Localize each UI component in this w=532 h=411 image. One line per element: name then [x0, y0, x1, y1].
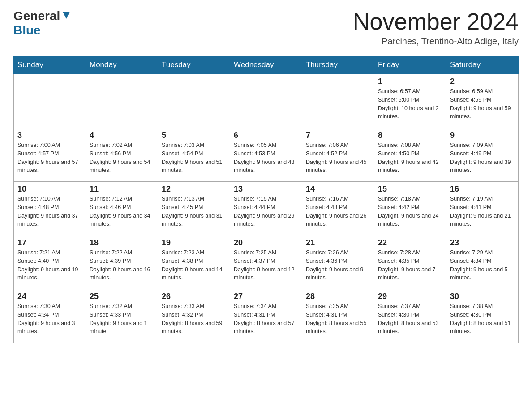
calendar-day-header: Thursday [302, 56, 374, 74]
day-number: 24 [17, 292, 82, 301]
day-number: 22 [378, 238, 442, 248]
calendar-cell: 23Sunrise: 7:29 AMSunset: 4:34 PMDayligh… [446, 235, 519, 289]
day-number: 15 [378, 184, 442, 194]
day-number: 3 [17, 131, 82, 140]
title-section: November 2024 Parcines, Trentino-Alto Ad… [353, 9, 519, 47]
calendar-cell: 20Sunrise: 7:25 AMSunset: 4:37 PMDayligh… [230, 235, 302, 289]
calendar-cell: 18Sunrise: 7:22 AMSunset: 4:39 PMDayligh… [86, 235, 158, 289]
day-info: Sunrise: 7:30 AMSunset: 4:34 PMDaylight:… [17, 302, 82, 336]
day-info: Sunrise: 7:00 AMSunset: 4:57 PMDaylight:… [17, 141, 82, 175]
day-number: 6 [234, 131, 298, 140]
day-info: Sunrise: 7:32 AMSunset: 4:33 PMDaylight:… [90, 302, 154, 336]
calendar-day-header: Sunday [14, 56, 86, 74]
logo-blue-label: Blue [13, 23, 41, 37]
day-number: 21 [306, 238, 370, 248]
day-number: 18 [90, 238, 154, 248]
day-info: Sunrise: 6:59 AMSunset: 4:59 PMDaylight:… [450, 87, 515, 121]
day-number: 26 [162, 292, 226, 301]
calendar-cell [302, 74, 374, 128]
day-info: Sunrise: 7:35 AMSunset: 4:31 PMDaylight:… [306, 302, 370, 336]
calendar-week-row: 17Sunrise: 7:21 AMSunset: 4:40 PMDayligh… [14, 235, 519, 289]
calendar-cell [14, 74, 86, 128]
calendar-cell: 30Sunrise: 7:38 AMSunset: 4:30 PMDayligh… [446, 289, 519, 343]
day-number: 17 [17, 238, 82, 248]
calendar-header-row: SundayMondayTuesdayWednesdayThursdayFrid… [14, 56, 519, 74]
day-info: Sunrise: 7:38 AMSunset: 4:30 PMDaylight:… [450, 302, 515, 336]
day-info: Sunrise: 7:19 AMSunset: 4:41 PMDaylight:… [450, 195, 515, 228]
calendar-day-header: Monday [86, 56, 158, 74]
calendar-cell: 7Sunrise: 7:06 AMSunset: 4:52 PMDaylight… [302, 128, 374, 182]
calendar-cell: 27Sunrise: 7:34 AMSunset: 4:31 PMDayligh… [230, 289, 302, 343]
logo-blue-text: Blue [13, 23, 41, 38]
day-info: Sunrise: 7:28 AMSunset: 4:35 PMDaylight:… [378, 248, 442, 282]
calendar-cell: 17Sunrise: 7:21 AMSunset: 4:40 PMDayligh… [14, 235, 86, 289]
svg-marker-0 [63, 12, 70, 19]
calendar-cell: 15Sunrise: 7:18 AMSunset: 4:42 PMDayligh… [374, 182, 446, 235]
day-info: Sunrise: 7:12 AMSunset: 4:46 PMDaylight:… [90, 195, 154, 228]
calendar-cell: 12Sunrise: 7:13 AMSunset: 4:45 PMDayligh… [158, 182, 230, 235]
day-info: Sunrise: 7:21 AMSunset: 4:40 PMDaylight:… [17, 248, 82, 282]
calendar-cell: 29Sunrise: 7:37 AMSunset: 4:30 PMDayligh… [374, 289, 446, 343]
calendar-cell: 1Sunrise: 6:57 AMSunset: 5:00 PMDaylight… [374, 74, 446, 128]
page-header: General Blue November 2024 Parcines, Tre… [13, 9, 519, 47]
calendar-cell [158, 74, 230, 128]
calendar-cell: 9Sunrise: 7:09 AMSunset: 4:49 PMDaylight… [446, 128, 519, 182]
calendar-day-header: Wednesday [230, 56, 302, 74]
day-info: Sunrise: 7:29 AMSunset: 4:34 PMDaylight:… [450, 248, 515, 282]
day-number: 14 [306, 184, 370, 194]
logo-text: General [13, 9, 71, 23]
calendar-cell: 21Sunrise: 7:26 AMSunset: 4:36 PMDayligh… [302, 235, 374, 289]
day-number: 13 [234, 184, 298, 194]
day-info: Sunrise: 7:02 AMSunset: 4:56 PMDaylight:… [90, 141, 154, 175]
calendar-cell: 22Sunrise: 7:28 AMSunset: 4:35 PMDayligh… [374, 235, 446, 289]
day-number: 2 [450, 77, 515, 86]
calendar-week-row: 10Sunrise: 7:10 AMSunset: 4:48 PMDayligh… [14, 182, 519, 235]
day-number: 7 [306, 131, 370, 140]
day-info: Sunrise: 7:34 AMSunset: 4:31 PMDaylight:… [234, 302, 298, 336]
logo-arrow-icon [61, 10, 71, 20]
day-info: Sunrise: 7:18 AMSunset: 4:42 PMDaylight:… [378, 195, 442, 228]
day-info: Sunrise: 6:57 AMSunset: 5:00 PMDaylight:… [378, 87, 442, 121]
day-number: 5 [162, 131, 226, 140]
day-info: Sunrise: 7:33 AMSunset: 4:32 PMDaylight:… [162, 302, 226, 336]
calendar-day-header: Saturday [446, 56, 519, 74]
month-title: November 2024 [353, 9, 519, 34]
day-number: 30 [450, 292, 515, 301]
day-number: 23 [450, 238, 515, 248]
calendar-cell: 8Sunrise: 7:08 AMSunset: 4:50 PMDaylight… [374, 128, 446, 182]
calendar-week-row: 1Sunrise: 6:57 AMSunset: 5:00 PMDaylight… [14, 74, 519, 128]
day-info: Sunrise: 7:25 AMSunset: 4:37 PMDaylight:… [234, 248, 298, 282]
calendar-cell: 13Sunrise: 7:15 AMSunset: 4:44 PMDayligh… [230, 182, 302, 235]
calendar-cell: 25Sunrise: 7:32 AMSunset: 4:33 PMDayligh… [86, 289, 158, 343]
day-number: 4 [90, 131, 154, 140]
calendar-cell: 24Sunrise: 7:30 AMSunset: 4:34 PMDayligh… [14, 289, 86, 343]
day-number: 29 [378, 292, 442, 301]
day-number: 10 [17, 184, 82, 194]
day-number: 1 [378, 77, 442, 86]
day-number: 25 [90, 292, 154, 301]
day-info: Sunrise: 7:16 AMSunset: 4:43 PMDaylight:… [306, 195, 370, 228]
calendar-day-header: Tuesday [158, 56, 230, 74]
calendar-cell: 4Sunrise: 7:02 AMSunset: 4:56 PMDaylight… [86, 128, 158, 182]
calendar-cell: 6Sunrise: 7:05 AMSunset: 4:53 PMDaylight… [230, 128, 302, 182]
day-number: 19 [162, 238, 226, 248]
day-info: Sunrise: 7:06 AMSunset: 4:52 PMDaylight:… [306, 141, 370, 175]
calendar-cell: 5Sunrise: 7:03 AMSunset: 4:54 PMDaylight… [158, 128, 230, 182]
day-info: Sunrise: 7:22 AMSunset: 4:39 PMDaylight:… [90, 248, 154, 282]
day-info: Sunrise: 7:08 AMSunset: 4:50 PMDaylight:… [378, 141, 442, 175]
calendar-cell [86, 74, 158, 128]
day-number: 9 [450, 131, 515, 140]
calendar-cell: 2Sunrise: 6:59 AMSunset: 4:59 PMDaylight… [446, 74, 519, 128]
logo-general-text: General [13, 9, 60, 23]
day-number: 27 [234, 292, 298, 301]
calendar-cell: 11Sunrise: 7:12 AMSunset: 4:46 PMDayligh… [86, 182, 158, 235]
calendar-cell: 28Sunrise: 7:35 AMSunset: 4:31 PMDayligh… [302, 289, 374, 343]
day-number: 20 [234, 238, 298, 248]
day-number: 16 [450, 184, 515, 194]
day-info: Sunrise: 7:13 AMSunset: 4:45 PMDaylight:… [162, 195, 226, 228]
calendar-cell: 19Sunrise: 7:23 AMSunset: 4:38 PMDayligh… [158, 235, 230, 289]
calendar-week-row: 3Sunrise: 7:00 AMSunset: 4:57 PMDaylight… [14, 128, 519, 182]
calendar-cell [230, 74, 302, 128]
day-number: 12 [162, 184, 226, 194]
calendar-day-header: Friday [374, 56, 446, 74]
